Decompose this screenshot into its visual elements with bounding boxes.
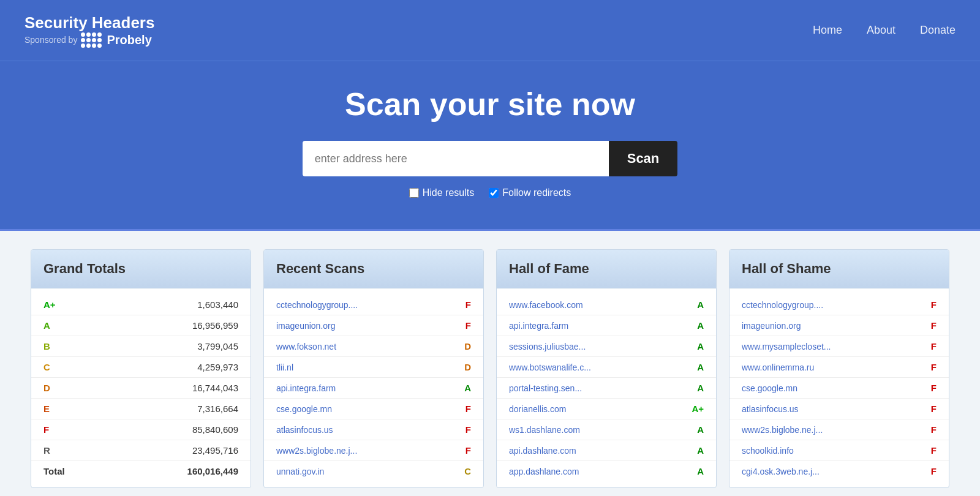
scan-button[interactable]: Scan [609, 141, 678, 176]
hall-of-shame-header: Hall of Shame [729, 250, 949, 288]
scan-input[interactable] [303, 141, 609, 176]
shame-grade: F [931, 445, 937, 456]
fame-link[interactable]: dorianellis.com [509, 404, 566, 414]
grade-label: D [43, 383, 50, 393]
nav-home[interactable]: Home [813, 24, 842, 37]
scan-form: Scan [12, 141, 968, 176]
sponsor-text: Sponsored by [24, 35, 77, 45]
totals-row: E7,316,664 [31, 399, 251, 419]
shame-link[interactable]: cgi4.osk.3web.ne.j... [742, 467, 820, 476]
cards-section: Grand Totals A+1,603,440A16,956,959B3,79… [0, 231, 980, 496]
nav-about[interactable]: About [867, 24, 895, 37]
scan-row: www.fokson.netD [264, 336, 483, 357]
scan-row: www2s.biglobe.ne.j...F [264, 440, 483, 461]
shame-grade: F [931, 466, 937, 476]
shame-row: atlasinfocus.usF [729, 399, 949, 419]
fame-link[interactable]: portal-testing.sen... [509, 383, 582, 393]
hide-results-checkbox[interactable] [409, 188, 419, 198]
fame-link[interactable]: www.botswanalife.c... [509, 363, 591, 372]
shame-row: schoolkid.infoF [729, 440, 949, 461]
shame-link[interactable]: www.onlinemma.ru [742, 363, 814, 372]
logo-area: Security Headers Sponsored by Probely [24, 13, 154, 48]
totals-row: D16,744,043 [31, 378, 251, 399]
grade-badge: D [464, 362, 471, 372]
follow-redirects-checkbox[interactable] [489, 188, 499, 198]
grade-label: A [43, 320, 50, 331]
scan-row: cse.google.mnF [264, 399, 483, 419]
scan-link[interactable]: tlii.nl [276, 363, 293, 372]
grade-count: 85,840,609 [192, 424, 238, 435]
scan-link[interactable]: www2s.biglobe.ne.j... [276, 446, 357, 456]
grade-count: 16,956,959 [192, 320, 238, 331]
total-label: Total [43, 466, 65, 476]
scan-link[interactable]: api.integra.farm [276, 383, 336, 393]
fame-link[interactable]: api.integra.farm [509, 321, 568, 331]
grade-badge: F [466, 404, 471, 414]
scan-row: unnati.gov.inC [264, 461, 483, 481]
shame-grade: F [931, 362, 937, 372]
hide-results-label[interactable]: Hide results [409, 187, 474, 198]
fame-row: sessions.juliusbae...A [497, 336, 716, 357]
shame-link[interactable]: atlasinfocus.us [742, 404, 799, 414]
shame-link[interactable]: imageunion.org [742, 321, 801, 331]
shame-link[interactable]: www2s.biglobe.ne.j... [742, 425, 823, 435]
shame-link[interactable]: cctechnologygroup.... [742, 300, 823, 310]
nav-donate[interactable]: Donate [920, 24, 956, 37]
shame-grade: F [931, 320, 937, 331]
hero-heading: Scan your site now [12, 86, 968, 122]
grade-count: 7,316,664 [197, 404, 238, 414]
scan-link[interactable]: atlasinfocus.us [276, 425, 333, 435]
fame-row: api.integra.farmA [497, 315, 716, 336]
recent-scans-card: Recent Scans cctechnologygroup....Fimage… [263, 249, 484, 488]
shame-row: cse.google.mnF [729, 378, 949, 399]
sponsor-name: Probely [107, 33, 151, 47]
main-nav: Home About Donate [813, 24, 956, 37]
totals-row: C4,259,973 [31, 357, 251, 378]
shame-link[interactable]: cse.google.mn [742, 383, 797, 393]
scan-options: Hide results Follow redirects [12, 187, 968, 198]
shame-grade: F [931, 404, 937, 414]
site-title: Security Headers [24, 13, 154, 32]
grade-badge: C [464, 466, 471, 476]
fame-row: www.botswanalife.c...A [497, 357, 716, 378]
fame-grade: A [697, 383, 704, 393]
fame-row: app.dashlane.comA [497, 461, 716, 481]
hall-of-shame-body: cctechnologygroup....Fimageunion.orgFwww… [729, 288, 949, 487]
shame-grade: F [931, 383, 937, 393]
shame-grade: F [931, 424, 937, 435]
grade-badge: F [466, 445, 471, 456]
totals-row: A16,956,959 [31, 315, 251, 336]
follow-redirects-label[interactable]: Follow redirects [489, 187, 571, 198]
shame-row: cctechnologygroup....F [729, 295, 949, 315]
grade-label: R [43, 445, 50, 456]
scan-link[interactable]: imageunion.org [276, 321, 336, 331]
scan-row: atlasinfocus.usF [264, 419, 483, 440]
scan-link[interactable]: cse.google.mn [276, 404, 332, 414]
scan-link[interactable]: unnati.gov.in [276, 467, 324, 476]
fame-grade: A [697, 466, 704, 476]
grade-count: 23,495,716 [192, 445, 238, 456]
shame-link[interactable]: schoolkid.info [742, 446, 794, 456]
grand-totals-header: Grand Totals [31, 250, 251, 288]
fame-link[interactable]: sessions.juliusbae... [509, 342, 586, 351]
shame-row: www2s.biglobe.ne.j...F [729, 419, 949, 440]
totals-total-row: Total160,016,449 [31, 461, 251, 481]
fame-grade: A [697, 320, 704, 331]
fame-link[interactable]: www.facebook.com [509, 300, 583, 310]
fame-row: dorianellis.comA+ [497, 399, 716, 419]
fame-link[interactable]: api.dashlane.com [509, 446, 576, 456]
fame-link[interactable]: app.dashlane.com [509, 467, 579, 476]
shame-link[interactable]: www.mysamplecloset... [742, 342, 831, 351]
scan-link[interactable]: www.fokson.net [276, 342, 336, 351]
fame-grade: A [697, 299, 704, 310]
scan-link[interactable]: cctechnologygroup.... [276, 300, 358, 310]
fame-link[interactable]: ws1.dashlane.com [509, 425, 580, 435]
grade-badge: A [464, 383, 471, 393]
fame-grade: A+ [692, 404, 704, 414]
fame-row: ws1.dashlane.comA [497, 419, 716, 440]
recent-scans-body: cctechnologygroup....Fimageunion.orgFwww… [264, 288, 483, 487]
header: Security Headers Sponsored by Probely Ho… [0, 0, 980, 61]
grade-label: E [43, 404, 50, 414]
grade-badge: F [466, 299, 471, 310]
totals-row: B3,799,045 [31, 336, 251, 357]
